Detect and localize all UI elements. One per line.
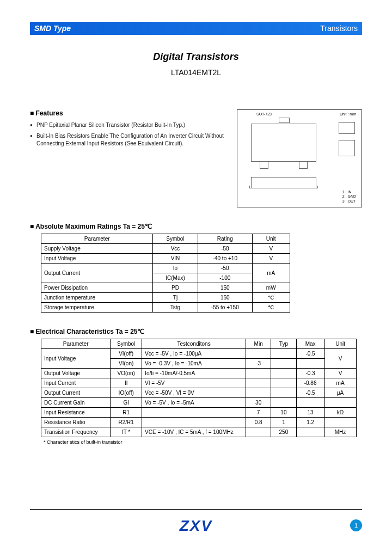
table-row: Power Dissipation PD 150 mW [41, 283, 290, 293]
col-header: Unit [324, 339, 356, 349]
table-row: Storage temperature Tstg -55 to +150 ℃ [41, 303, 290, 313]
col-header: Parameter [41, 234, 153, 244]
table-row: Transistion Frequency fT * VCE = -10V , … [41, 427, 357, 437]
footer: ZXV 1 [30, 509, 362, 535]
header-bar: SMD Type Transistors [30, 22, 362, 35]
col-header: Testconditons [142, 339, 246, 349]
table-row: DC Current Gain GI Vo = -5V , Io = -5mA … [41, 398, 357, 408]
doc-title: Digital Transistors [30, 51, 362, 63]
table-row: Input Voltage VIN -40 to +10 V [41, 254, 290, 264]
header-type: Transistors [320, 24, 358, 33]
table-row: Output Voltage VO(on) Io/Ii = -10mA/-0.5… [41, 369, 357, 378]
table-row: Junction temperature Tj 150 ℃ [41, 293, 290, 303]
feature-item: PNP Epitaxial Planar Silicon Transistor … [30, 121, 231, 129]
header-category: SMD Type [34, 24, 71, 33]
features-row: Features PNP Epitaxial Planar Silicon Tr… [30, 109, 362, 207]
col-header: Rating [198, 234, 252, 244]
abs-max-heading: Absolute Maximum Ratings Ta = 25℃ [30, 223, 362, 230]
pin-label: 3 : OUT [342, 199, 356, 204]
table-row: Input Current II VI = -5V -0.86 mA [41, 378, 357, 388]
package-diagram: SOT-723 Unit : mm 1 : IN 2 : GND 3 : OUT [237, 109, 362, 207]
col-header: Unit [253, 234, 290, 244]
table-row: Output Current IO(off) Vcc = -50V , VI =… [41, 388, 357, 398]
brand-logo: ZXV [180, 517, 212, 535]
table-row: Input Resistance R1 7 10 13 kΩ [41, 408, 357, 418]
abs-max-table: Parameter Symbol Rating Unit Supply Volt… [41, 234, 290, 313]
col-header: Parameter [41, 339, 111, 349]
pin-list: 1 : IN 2 : GND 3 : OUT [342, 190, 356, 204]
table-row: Output Current Io -50 mA [41, 264, 290, 273]
package-label: SOT-723 [256, 112, 272, 116]
col-header: Symbol [111, 339, 142, 349]
pin-label: 2 : GND [342, 194, 356, 199]
col-header: Symbol [153, 234, 198, 244]
unit-label: Unit : mm [340, 112, 356, 116]
col-header: Min [246, 339, 271, 349]
features-heading: Features [30, 109, 231, 117]
elec-char-table: Parameter Symbol Testconditons Min Typ M… [41, 339, 357, 437]
part-number: LTA014EMT2L [30, 68, 362, 77]
page-number: 1 [350, 519, 362, 531]
col-header: Typ [271, 339, 296, 349]
col-header: Max [296, 339, 324, 349]
feature-item: Built-In Bias Resistors Enable The Confi… [30, 132, 231, 148]
pin-label: 1 : IN [342, 190, 356, 194]
table-row: Resistance Ratio R2/R1 0.8 1 1.2 [41, 418, 357, 427]
elec-footnote: * Character stics of built-in transistor [44, 439, 362, 445]
features-list: PNP Epitaxial Planar Silicon Transistor … [30, 121, 231, 148]
table-row: Input Voltage VI(off) Vcc = -5V , Io = -… [41, 349, 357, 359]
table-row: Supply Voltage Vcc -50 V [41, 244, 290, 254]
elec-heading: Electrical Characteristics Ta = 25℃ [30, 328, 362, 335]
